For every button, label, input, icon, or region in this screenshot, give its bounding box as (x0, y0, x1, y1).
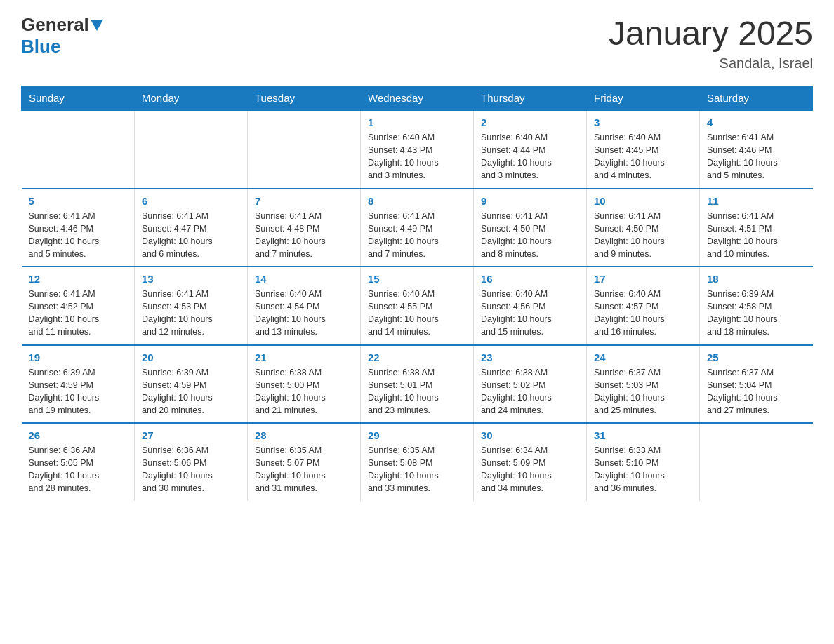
day-number: 20 (142, 351, 240, 363)
calendar-cell (22, 110, 135, 189)
day-info: Sunrise: 6:40 AM Sunset: 4:54 PM Dayligh… (255, 288, 353, 339)
month-title: January 2025 (609, 14, 813, 53)
calendar-cell: 4Sunrise: 6:41 AM Sunset: 4:46 PM Daylig… (700, 110, 813, 189)
day-info: Sunrise: 6:37 AM Sunset: 5:04 PM Dayligh… (707, 366, 806, 417)
calendar-cell: 21Sunrise: 6:38 AM Sunset: 5:00 PM Dayli… (248, 345, 361, 424)
calendar-cell: 24Sunrise: 6:37 AM Sunset: 5:03 PM Dayli… (587, 345, 700, 424)
day-info: Sunrise: 6:41 AM Sunset: 4:49 PM Dayligh… (368, 210, 466, 261)
logo-triangle-icon (91, 17, 106, 32)
header-wednesday: Wednesday (361, 86, 474, 111)
header-sunday: Sunday (22, 86, 135, 111)
location: Sandala, Israel (609, 55, 813, 72)
day-number: 13 (142, 273, 240, 285)
day-info: Sunrise: 6:35 AM Sunset: 5:07 PM Dayligh… (255, 444, 353, 495)
day-number: 7 (255, 195, 353, 207)
day-number: 16 (481, 273, 579, 285)
day-info: Sunrise: 6:40 AM Sunset: 4:55 PM Dayligh… (368, 288, 466, 339)
day-info: Sunrise: 6:40 AM Sunset: 4:56 PM Dayligh… (481, 288, 579, 339)
calendar-cell: 31Sunrise: 6:33 AM Sunset: 5:10 PM Dayli… (587, 423, 700, 501)
day-info: Sunrise: 6:38 AM Sunset: 5:00 PM Dayligh… (255, 366, 353, 417)
day-number: 1 (368, 116, 466, 128)
calendar-cell: 1Sunrise: 6:40 AM Sunset: 4:43 PM Daylig… (361, 110, 474, 189)
day-info: Sunrise: 6:41 AM Sunset: 4:53 PM Dayligh… (142, 288, 240, 339)
calendar-cell: 22Sunrise: 6:38 AM Sunset: 5:01 PM Dayli… (361, 345, 474, 424)
day-info: Sunrise: 6:41 AM Sunset: 4:46 PM Dayligh… (29, 210, 128, 261)
day-number: 4 (707, 116, 806, 128)
day-info: Sunrise: 6:38 AM Sunset: 5:01 PM Dayligh… (368, 366, 466, 417)
calendar-week-1: 1Sunrise: 6:40 AM Sunset: 4:43 PM Daylig… (22, 110, 813, 189)
day-number: 15 (368, 273, 466, 285)
day-info: Sunrise: 6:36 AM Sunset: 5:05 PM Dayligh… (29, 444, 128, 495)
day-info: Sunrise: 6:41 AM Sunset: 4:48 PM Dayligh… (255, 210, 353, 261)
day-number: 23 (481, 351, 579, 363)
day-number: 14 (255, 273, 353, 285)
calendar-week-4: 19Sunrise: 6:39 AM Sunset: 4:59 PM Dayli… (22, 345, 813, 424)
calendar-header: SundayMondayTuesdayWednesdayThursdayFrid… (22, 86, 813, 111)
day-number: 27 (142, 429, 240, 441)
header-tuesday: Tuesday (248, 86, 361, 111)
calendar-cell: 14Sunrise: 6:40 AM Sunset: 4:54 PM Dayli… (248, 267, 361, 345)
day-number: 8 (368, 195, 466, 207)
day-info: Sunrise: 6:39 AM Sunset: 4:58 PM Dayligh… (707, 288, 806, 339)
calendar-cell: 8Sunrise: 6:41 AM Sunset: 4:49 PM Daylig… (361, 189, 474, 267)
calendar-cell: 9Sunrise: 6:41 AM Sunset: 4:50 PM Daylig… (474, 189, 587, 267)
calendar-cell: 5Sunrise: 6:41 AM Sunset: 4:46 PM Daylig… (22, 189, 135, 267)
day-info: Sunrise: 6:35 AM Sunset: 5:08 PM Dayligh… (368, 444, 466, 495)
calendar-cell: 6Sunrise: 6:41 AM Sunset: 4:47 PM Daylig… (135, 189, 248, 267)
calendar-cell: 27Sunrise: 6:36 AM Sunset: 5:06 PM Dayli… (135, 423, 248, 501)
day-info: Sunrise: 6:38 AM Sunset: 5:02 PM Dayligh… (481, 366, 579, 417)
day-number: 18 (707, 273, 806, 285)
calendar-cell: 25Sunrise: 6:37 AM Sunset: 5:04 PM Dayli… (700, 345, 813, 424)
day-info: Sunrise: 6:40 AM Sunset: 4:57 PM Dayligh… (594, 288, 692, 339)
logo-blue: Blue (21, 36, 60, 57)
logo: General Blue (21, 14, 106, 58)
day-info: Sunrise: 6:37 AM Sunset: 5:03 PM Dayligh… (594, 366, 692, 417)
day-number: 21 (255, 351, 353, 363)
calendar-cell: 26Sunrise: 6:36 AM Sunset: 5:05 PM Dayli… (22, 423, 135, 501)
day-number: 31 (594, 429, 692, 441)
calendar-week-2: 5Sunrise: 6:41 AM Sunset: 4:46 PM Daylig… (22, 189, 813, 267)
calendar-cell (135, 110, 248, 189)
calendar-cell: 10Sunrise: 6:41 AM Sunset: 4:50 PM Dayli… (587, 189, 700, 267)
calendar-cell: 15Sunrise: 6:40 AM Sunset: 4:55 PM Dayli… (361, 267, 474, 345)
day-number: 2 (481, 116, 579, 128)
page-header: General Blue January 2025 Sandala, Israe… (21, 14, 813, 72)
calendar-table: SundayMondayTuesdayWednesdayThursdayFrid… (21, 86, 813, 501)
day-number: 26 (29, 429, 128, 441)
calendar-cell: 12Sunrise: 6:41 AM Sunset: 4:52 PM Dayli… (22, 267, 135, 345)
header-saturday: Saturday (700, 86, 813, 111)
calendar-cell: 16Sunrise: 6:40 AM Sunset: 4:56 PM Dayli… (474, 267, 587, 345)
calendar-cell (248, 110, 361, 189)
day-number: 12 (29, 273, 128, 285)
calendar-week-5: 26Sunrise: 6:36 AM Sunset: 5:05 PM Dayli… (22, 423, 813, 501)
day-number: 17 (594, 273, 692, 285)
day-number: 6 (142, 195, 240, 207)
header-thursday: Thursday (474, 86, 587, 111)
day-info: Sunrise: 6:40 AM Sunset: 4:45 PM Dayligh… (594, 131, 692, 182)
calendar-cell: 19Sunrise: 6:39 AM Sunset: 4:59 PM Dayli… (22, 345, 135, 424)
day-info: Sunrise: 6:40 AM Sunset: 4:44 PM Dayligh… (481, 131, 579, 182)
calendar-cell: 20Sunrise: 6:39 AM Sunset: 4:59 PM Dayli… (135, 345, 248, 424)
day-info: Sunrise: 6:41 AM Sunset: 4:52 PM Dayligh… (29, 288, 128, 339)
day-info: Sunrise: 6:41 AM Sunset: 4:51 PM Dayligh… (707, 210, 806, 261)
day-info: Sunrise: 6:39 AM Sunset: 4:59 PM Dayligh… (29, 366, 128, 417)
logo-general: General (21, 14, 89, 36)
day-info: Sunrise: 6:39 AM Sunset: 4:59 PM Dayligh… (142, 366, 240, 417)
calendar-cell: 2Sunrise: 6:40 AM Sunset: 4:44 PM Daylig… (474, 110, 587, 189)
day-number: 19 (29, 351, 128, 363)
day-info: Sunrise: 6:36 AM Sunset: 5:06 PM Dayligh… (142, 444, 240, 495)
calendar-cell: 17Sunrise: 6:40 AM Sunset: 4:57 PM Dayli… (587, 267, 700, 345)
day-number: 3 (594, 116, 692, 128)
weekday-header-row: SundayMondayTuesdayWednesdayThursdayFrid… (22, 86, 813, 111)
calendar-cell: 28Sunrise: 6:35 AM Sunset: 5:07 PM Dayli… (248, 423, 361, 501)
title-area: January 2025 Sandala, Israel (609, 14, 813, 72)
day-info: Sunrise: 6:41 AM Sunset: 4:50 PM Dayligh… (481, 210, 579, 261)
calendar-body: 1Sunrise: 6:40 AM Sunset: 4:43 PM Daylig… (22, 110, 813, 501)
calendar-cell: 13Sunrise: 6:41 AM Sunset: 4:53 PM Dayli… (135, 267, 248, 345)
svg-marker-0 (91, 20, 103, 31)
calendar-cell: 29Sunrise: 6:35 AM Sunset: 5:08 PM Dayli… (361, 423, 474, 501)
calendar-cell: 3Sunrise: 6:40 AM Sunset: 4:45 PM Daylig… (587, 110, 700, 189)
calendar-cell: 23Sunrise: 6:38 AM Sunset: 5:02 PM Dayli… (474, 345, 587, 424)
day-number: 9 (481, 195, 579, 207)
header-friday: Friday (587, 86, 700, 111)
